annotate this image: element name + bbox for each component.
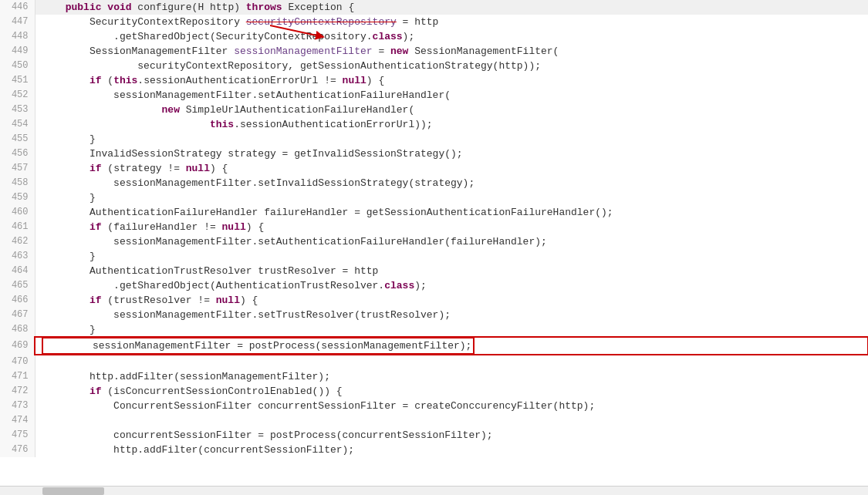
line-number: 468 <box>0 322 35 337</box>
line-code: sessionManagementFilter.setAuthenticatio… <box>35 88 868 103</box>
line-code: public void configure(H http) throws Exc… <box>35 0 868 15</box>
line-code: SessionManagementFilter sessionManagemen… <box>35 44 868 59</box>
highlighted-code: sessionManagementFilter = postProcess(se… <box>42 337 475 355</box>
table-row: 463 } <box>0 249 868 264</box>
line-number: 448 <box>0 29 35 44</box>
line-code: if (isConcurrentSessionControlEnabled())… <box>35 384 868 399</box>
line-code: sessionManagementFilter.setInvalidSessio… <box>35 176 868 190</box>
line-code: http.addFilter(concurrentSessionFilter); <box>35 443 868 457</box>
table-row: 470 <box>0 355 868 369</box>
table-row: 447 SecurityContextRepository securityCo… <box>0 15 868 29</box>
table-row: 448 .getSharedObject(SecurityContextRepo… <box>0 29 868 44</box>
line-code: InvalidSessionStrategy strategy = getInv… <box>35 146 868 161</box>
line-number: 469 <box>0 337 35 355</box>
line-number: 470 <box>0 355 35 369</box>
table-row: 446 public void configure(H http) throws… <box>0 0 868 15</box>
table-row: 461 if (failureHandler != null) { <box>0 220 868 234</box>
table-row: 457 if (strategy != null) { <box>0 161 868 176</box>
line-code: } <box>35 322 868 337</box>
line-number: 476 <box>0 443 35 457</box>
line-code: if (strategy != null) { <box>35 161 868 176</box>
table-row: 464 AuthenticationTrustResolver trustRes… <box>0 264 868 278</box>
line-number: 475 <box>0 428 35 443</box>
table-row: 454 this.sessionAuthenticationErrorUrl))… <box>0 117 868 132</box>
line-code: sessionManagementFilter.setTrustResolver… <box>35 308 868 322</box>
line-number: 447 <box>0 15 35 29</box>
line-number: 465 <box>0 278 35 293</box>
table-row: 453 new SimpleUrlAuthenticationFailureHa… <box>0 103 868 117</box>
table-row: 455 } <box>0 132 868 146</box>
line-number: 453 <box>0 103 35 117</box>
line-code: if (failureHandler != null) { <box>35 220 868 234</box>
table-row: 459 } <box>0 190 868 205</box>
table-row: 465 .getSharedObject(AuthenticationTrust… <box>0 278 868 293</box>
line-number: 467 <box>0 308 35 322</box>
line-number: 464 <box>0 264 35 278</box>
line-number: 473 <box>0 399 35 413</box>
line-number: 454 <box>0 117 35 132</box>
table-row: 466 if (trustResolver != null) { <box>0 293 868 308</box>
line-number: 472 <box>0 384 35 399</box>
line-code: .getSharedObject(AuthenticationTrustReso… <box>35 278 868 293</box>
line-code: } <box>35 249 868 264</box>
line-number: 450 <box>0 59 35 73</box>
line-code: AuthenticationTrustResolver trustResolve… <box>35 264 868 278</box>
line-number: 463 <box>0 249 35 264</box>
table-row: 462 sessionManagementFilter.setAuthentic… <box>0 234 868 249</box>
code-table: 446 public void configure(H http) throws… <box>0 0 868 457</box>
line-number: 462 <box>0 234 35 249</box>
line-number: 446 <box>0 0 35 15</box>
line-code: } <box>35 190 868 205</box>
line-code: securityContextRepository, getSessionAut… <box>35 59 868 73</box>
table-row: 468 } <box>0 322 868 337</box>
line-code: sessionManagementFilter.setAuthenticatio… <box>35 234 868 249</box>
line-number: 451 <box>0 73 35 88</box>
line-number: 457 <box>0 161 35 176</box>
line-code: sessionManagementFilter = postProcess(se… <box>35 337 868 355</box>
line-number: 474 <box>0 413 35 428</box>
line-code: AuthenticationFailureHandler failureHand… <box>35 205 868 220</box>
table-row: 458 sessionManagementFilter.setInvalidSe… <box>0 176 868 190</box>
table-row: 471 http.addFilter(sessionManagementFilt… <box>0 369 868 384</box>
line-number: 452 <box>0 88 35 103</box>
line-number: 458 <box>0 176 35 190</box>
line-code: this.sessionAuthenticationErrorUrl)); <box>35 117 868 132</box>
table-row: 449 SessionManagementFilter sessionManag… <box>0 44 868 59</box>
line-code: concurrentSessionFilter = postProcess(co… <box>35 428 868 443</box>
line-code: .getSharedObject(SecurityContextReposito… <box>35 29 868 44</box>
scrollbar-thumb[interactable] <box>42 487 104 495</box>
line-number: 471 <box>0 369 35 384</box>
horizontal-scrollbar[interactable] <box>0 486 868 495</box>
line-code: ConcurrentSessionFilter concurrentSessio… <box>35 399 868 413</box>
table-row: 460 AuthenticationFailureHandler failure… <box>0 205 868 220</box>
line-number: 455 <box>0 132 35 146</box>
line-code <box>35 413 868 428</box>
line-number: 460 <box>0 205 35 220</box>
table-row: 469 sessionManagementFilter = postProces… <box>0 337 868 355</box>
line-number: 461 <box>0 220 35 234</box>
line-number: 466 <box>0 293 35 308</box>
code-editor: 446 public void configure(H http) throws… <box>0 0 868 495</box>
table-row: 451 if (this.sessionAuthenticationErrorU… <box>0 73 868 88</box>
line-code: if (this.sessionAuthenticationErrorUrl !… <box>35 73 868 88</box>
line-number: 456 <box>0 146 35 161</box>
line-number: 459 <box>0 190 35 205</box>
line-code: http.addFilter(sessionManagementFilter); <box>35 369 868 384</box>
table-row: 473 ConcurrentSessionFilter concurrentSe… <box>0 399 868 413</box>
table-row: 474 <box>0 413 868 428</box>
line-number: 449 <box>0 44 35 59</box>
table-row: 467 sessionManagementFilter.setTrustReso… <box>0 308 868 322</box>
line-code: SecurityContextRepository securityContex… <box>35 15 868 29</box>
line-code: new SimpleUrlAuthenticationFailureHandle… <box>35 103 868 117</box>
table-row: 456 InvalidSessionStrategy strategy = ge… <box>0 146 868 161</box>
table-row: 472 if (isConcurrentSessionControlEnable… <box>0 384 868 399</box>
table-row: 475 concurrentSessionFilter = postProces… <box>0 428 868 443</box>
line-code <box>35 355 868 369</box>
table-row: 450 securityContextRepository, getSessio… <box>0 59 868 73</box>
line-code: if (trustResolver != null) { <box>35 293 868 308</box>
line-code: } <box>35 132 868 146</box>
table-row: 452 sessionManagementFilter.setAuthentic… <box>0 88 868 103</box>
table-row: 476 http.addFilter(concurrentSessionFilt… <box>0 443 868 457</box>
